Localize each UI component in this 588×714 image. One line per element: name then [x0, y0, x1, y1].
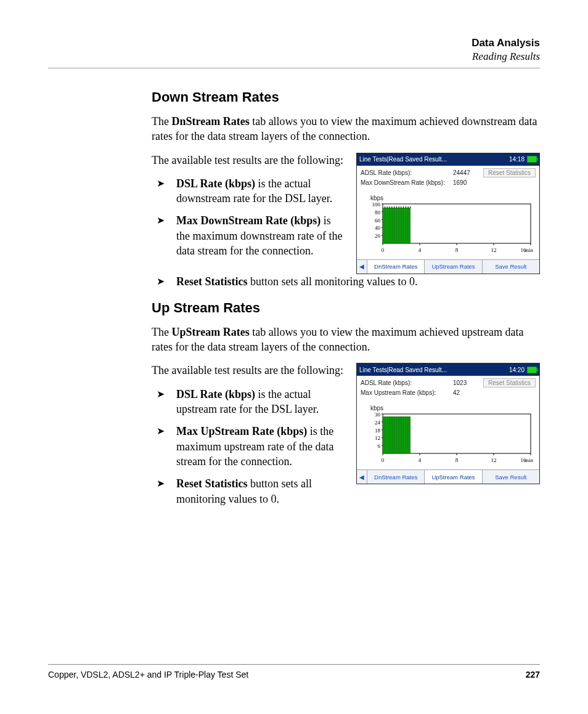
svg-rect-63: [397, 417, 399, 454]
svg-rect-58: [385, 417, 388, 454]
tab-dnstream-rates[interactable]: DnStream Rates: [367, 260, 425, 274]
value-adsl-rate: 24447: [453, 169, 481, 176]
svg-rect-17: [397, 208, 399, 243]
page-number: 227: [526, 670, 540, 680]
label-max-downstream: Max DownStream Rate (kbps):: [361, 179, 453, 186]
svg-rect-19: [401, 208, 404, 243]
svg-text:60: 60: [375, 217, 381, 223]
heading-downstream: Down Stream Rates: [152, 89, 540, 105]
text-bold: Reset Statistics: [176, 477, 247, 490]
value-max-upstream: 42: [453, 389, 481, 396]
chart-y-unit: kbps: [370, 405, 533, 412]
svg-rect-60: [390, 417, 392, 454]
footer-product: Copper, VDSL2, ADSL2+ and IP Triple-Play…: [48, 670, 248, 680]
svg-text:12: 12: [375, 436, 380, 442]
svg-rect-68: [408, 417, 410, 454]
svg-rect-59: [388, 417, 390, 454]
list-item: Reset Statistics button sets all monitor…: [152, 274, 540, 289]
battery-icon: [527, 367, 537, 373]
list-item: Reset Statistics button sets all monitor…: [152, 476, 345, 506]
svg-rect-61: [392, 417, 394, 454]
upstream-avail: The available test results are the follo…: [152, 363, 345, 378]
heading-upstream: Up Stream Rates: [152, 300, 540, 316]
svg-rect-20: [404, 208, 406, 243]
svg-text:20: 20: [375, 233, 381, 239]
svg-rect-16: [394, 208, 397, 243]
chapter-title: Data Analysis: [48, 37, 540, 49]
device-title: Line Tests|Read Saved Result...: [359, 367, 447, 373]
section-title: Reading Results: [48, 51, 540, 63]
chart-y-unit: kbps: [370, 195, 533, 201]
svg-rect-22: [408, 208, 410, 243]
device-clock: 14:20: [509, 367, 525, 373]
text: The: [152, 115, 171, 128]
text-bold: UpStream Rates: [171, 326, 249, 338]
svg-rect-64: [399, 417, 401, 454]
tabs-scroll-left[interactable]: ◀: [357, 470, 367, 484]
downstream-intro: The DnStream Rates tab allows you to vie…: [152, 114, 540, 144]
chart-downstream: kbps 100 80 60 40 20: [361, 195, 536, 258]
text-bold: DSL Rate (kbps): [176, 388, 255, 400]
svg-text:4: 4: [419, 457, 422, 463]
device-panel-upstream: Line Tests|Read Saved Result... 14:20 AD…: [356, 363, 540, 484]
device-titlebar: Line Tests|Read Saved Result... 14:20: [357, 363, 539, 376]
text-bold: Reset Statistics: [176, 275, 247, 288]
upstream-intro: The UpStream Rates tab allows you to vie…: [152, 325, 540, 355]
svg-text:min: min: [525, 457, 534, 463]
svg-rect-65: [401, 417, 404, 454]
list-item: Max DownStream Rate (kbps) is the maximu…: [152, 213, 345, 258]
reset-statistics-button[interactable]: Reset Statistics: [483, 168, 536, 177]
svg-text:100: 100: [372, 201, 381, 208]
svg-rect-11: [383, 208, 385, 243]
text-bold: DnStream Rates: [171, 115, 249, 128]
tab-save-result[interactable]: Save Result: [483, 260, 539, 274]
svg-rect-62: [394, 417, 397, 454]
value-max-downstream: 1690: [453, 179, 481, 186]
svg-text:24: 24: [375, 420, 381, 426]
list-item: Max UpStream Rate (kbps) is the maximum …: [152, 424, 345, 469]
svg-rect-18: [399, 208, 401, 243]
svg-rect-66: [404, 417, 406, 454]
tab-dnstream-rates[interactable]: DnStream Rates: [367, 470, 425, 484]
svg-rect-21: [406, 208, 409, 243]
text: button sets all monitoring values to 0.: [247, 275, 417, 288]
svg-text:12: 12: [491, 247, 497, 253]
device-panel-downstream: Line Tests|Read Saved Result... 14:18 AD…: [356, 153, 540, 274]
svg-rect-15: [392, 208, 394, 243]
label-max-upstream: Max Upstream Rate (kbps):: [361, 389, 453, 396]
tab-upstream-rates[interactable]: UpStream Rates: [425, 260, 482, 274]
list-item: DSL Rate (kbps) is the actual downstream…: [152, 176, 345, 206]
svg-rect-12: [385, 208, 388, 243]
svg-text:6: 6: [378, 444, 381, 450]
reset-statistics-button[interactable]: Reset Statistics: [483, 378, 536, 387]
svg-text:80: 80: [375, 209, 381, 215]
label-adsl-rate: ADSL Rate (kbps):: [361, 379, 453, 386]
device-titlebar: Line Tests|Read Saved Result... 14:18: [357, 153, 539, 166]
chart-upstream: kbps 30 24 18 12 6: [361, 405, 536, 468]
svg-text:min: min: [525, 247, 534, 253]
tab-save-result[interactable]: Save Result: [483, 470, 539, 484]
svg-text:12: 12: [491, 457, 497, 463]
text-bold: Max DownStream Rate (kbps): [176, 214, 321, 227]
label-adsl-rate: ADSL Rate (kbps):: [361, 169, 453, 176]
battery-icon: [527, 156, 537, 163]
svg-text:40: 40: [375, 225, 381, 231]
svg-rect-67: [406, 417, 409, 454]
downstream-avail: The available test results are the follo…: [152, 153, 345, 168]
svg-text:0: 0: [382, 457, 385, 463]
device-clock: 14:18: [509, 156, 525, 163]
svg-text:4: 4: [419, 247, 422, 253]
tab-upstream-rates[interactable]: UpStream Rates: [425, 470, 482, 484]
tabs-scroll-left[interactable]: ◀: [357, 260, 367, 274]
text: The: [152, 326, 171, 338]
svg-rect-57: [383, 417, 385, 454]
svg-text:8: 8: [455, 457, 459, 463]
svg-text:18: 18: [375, 428, 381, 434]
svg-rect-14: [390, 208, 392, 243]
svg-text:0: 0: [382, 247, 385, 253]
text-bold: DSL Rate (kbps): [176, 177, 255, 190]
svg-text:8: 8: [455, 247, 459, 253]
svg-rect-13: [388, 208, 390, 243]
device-title: Line Tests|Read Saved Result...: [359, 156, 447, 163]
svg-text:30: 30: [375, 412, 381, 418]
